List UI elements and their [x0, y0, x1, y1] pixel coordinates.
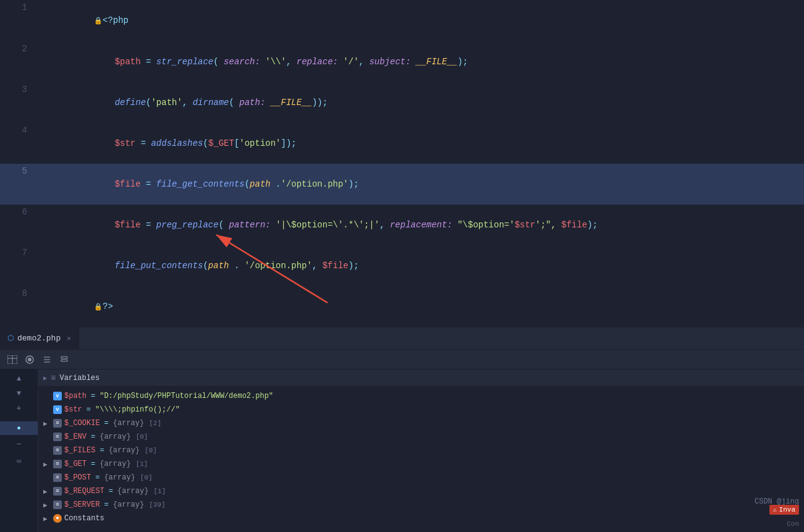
- code-lines: 1 🔒<?php 2 $path = str_replace( search: …: [0, 0, 804, 327]
- variables-list[interactable]: v $path = "D:/phpStudy/PHPTutorial/WWW/d…: [38, 387, 804, 532]
- var-name-constants: Constants: [64, 514, 104, 523]
- record-icon: [25, 355, 34, 364]
- var-name-get: $_GET: [64, 460, 87, 468]
- no-arrow: [43, 393, 51, 400]
- var-icon-env: ≡: [53, 433, 62, 441]
- var-eq-post: =: [95, 473, 99, 482]
- variables-label: Variables: [59, 374, 99, 382]
- sidebar-add-button[interactable]: +: [0, 402, 38, 415]
- var-icon-files: ≡: [53, 446, 62, 455]
- selected-indicator: ●: [17, 424, 21, 432]
- line-number-6: 6: [0, 205, 37, 245]
- line-number-5: 5: [0, 164, 37, 205]
- line-number-2: 2: [0, 41, 37, 82]
- var-type-env: {array}: [99, 433, 130, 441]
- var-count-env: [0]: [136, 433, 148, 441]
- var-icon-request: ≡: [53, 487, 62, 496]
- plus-icon: +: [16, 403, 21, 413]
- debug-sidebar: ▲ ▼ + ● − ∞: [0, 369, 38, 532]
- var-eq-str: =: [87, 405, 91, 414]
- sidebar-infinity-button[interactable]: ∞: [0, 455, 38, 468]
- chevron-down-icon: ▼: [17, 389, 21, 398]
- sidebar-expand-down[interactable]: ▼: [0, 387, 38, 400]
- line-content-6: $file = preg_replace( pattern: '|\$optio…: [37, 205, 804, 245]
- sidebar-minus-button[interactable]: −: [0, 437, 38, 451]
- var-eq-get: =: [91, 460, 95, 468]
- line-number-3: 3: [0, 82, 37, 123]
- var-type-cookie: {array}: [113, 419, 144, 428]
- arrow-cookie: ▶: [43, 420, 51, 428]
- panel-expand-arrow: ▶: [43, 374, 47, 382]
- var-name-str: $str: [64, 405, 82, 414]
- var-type-server: {array}: [113, 500, 144, 509]
- tab-bar: ⬡ demo2.php ✕: [0, 327, 804, 350]
- stack-button[interactable]: [57, 352, 72, 367]
- line-content-2: $path = str_replace( search: '\\', repla…: [37, 41, 804, 82]
- var-get[interactable]: ▶ ≡ $_GET = {array} [1]: [38, 457, 804, 471]
- svg-rect-10: [61, 357, 67, 358]
- minus-icon: −: [16, 439, 21, 449]
- table-view-button[interactable]: [5, 352, 20, 367]
- var-icon-str: v: [53, 405, 62, 414]
- debug-toolbar: [0, 350, 804, 369]
- var-cookie[interactable]: ▶ ≡ $_COOKIE = {array} [2]: [38, 416, 804, 430]
- var-files[interactable]: ≡ $_FILES = {array} [0]: [38, 444, 804, 457]
- editor-tab[interactable]: ⬡ demo2.php ✕: [0, 327, 79, 350]
- var-eq-path: =: [91, 392, 95, 400]
- sidebar-selected-row[interactable]: ●: [0, 421, 38, 435]
- variables-section: ▲ ▼ + ● − ∞ ▶ ≡ Variables: [0, 369, 804, 532]
- var-name-env: $_ENV: [64, 433, 87, 441]
- chevron-up-icon: ▲: [17, 374, 21, 383]
- no-arrow-str: [43, 407, 51, 413]
- line-number-7: 7: [0, 245, 37, 286]
- var-name-files: $_FILES: [64, 446, 95, 455]
- var-env[interactable]: ≡ $_ENV = {array} [0]: [38, 430, 804, 444]
- var-name-server: $_SERVER: [64, 500, 100, 509]
- var-server[interactable]: ▶ ≡ $_SERVER = {array} [39]: [38, 498, 804, 512]
- variables-panel-header: ▶ ≡ Variables: [38, 369, 804, 387]
- line-content-4: $str = addslashes($_GET['option']);: [37, 123, 804, 164]
- line-content-3: define('path', dirname( path: __FILE__))…: [37, 82, 804, 123]
- var-count-get: [1]: [136, 460, 148, 468]
- list-view-button[interactable]: [40, 352, 54, 367]
- svg-rect-11: [61, 360, 67, 361]
- var-eq-env: =: [91, 433, 95, 441]
- var-eq-server: =: [104, 500, 109, 509]
- csdn-con: Con: [787, 520, 799, 528]
- var-str[interactable]: v $str = "\\\\;phpinfo();//": [38, 403, 804, 416]
- var-post[interactable]: ≡ $_POST = {array} [0]: [38, 471, 804, 484]
- var-name-cookie: $_COOKIE: [64, 419, 100, 428]
- table-icon: [7, 355, 17, 364]
- code-line-5: 5 $file = file_get_contents(path .'/opti…: [0, 164, 804, 205]
- var-name-path: $path: [64, 392, 87, 400]
- var-type-request: {array}: [117, 487, 148, 496]
- var-request[interactable]: ▶ ≡ $_REQUEST = {array} [1]: [38, 484, 804, 498]
- no-arrow-env: [43, 434, 51, 441]
- sidebar-expand-up[interactable]: ▲: [0, 372, 38, 386]
- var-constants[interactable]: ▶ ● Constants: [38, 512, 804, 525]
- fold-icon-8: 🔒: [94, 303, 103, 311]
- code-line-1: 1 🔒<?php: [0, 0, 804, 41]
- infinity-icon: ∞: [17, 457, 21, 466]
- code-line-3: 3 define('path', dirname( path: __FILE__…: [0, 82, 804, 123]
- var-icon-path: v: [53, 392, 62, 400]
- var-path[interactable]: v $path = "D:/phpStudy/PHPTutorial/WWW/d…: [38, 389, 804, 403]
- line-content-1: 🔒<?php: [37, 0, 804, 41]
- tab-close-button[interactable]: ✕: [67, 334, 71, 342]
- arrow-get: ▶: [43, 460, 51, 468]
- var-name-request: $_REQUEST: [64, 487, 104, 496]
- var-count-server: [39]: [149, 501, 165, 509]
- list-icon: [43, 355, 51, 364]
- no-arrow-files: [43, 447, 51, 454]
- var-eq-cookie: =: [104, 419, 109, 428]
- stack-icon: [60, 355, 69, 364]
- var-icon-post: ≡: [53, 473, 62, 482]
- inv-text: Inva: [779, 506, 795, 513]
- arrow-request: ▶: [43, 488, 51, 496]
- arrow-server: ▶: [43, 501, 51, 509]
- var-eq-files: =: [99, 446, 104, 455]
- fold-icon-1: 🔒: [94, 17, 103, 25]
- var-eq-request: =: [109, 487, 113, 496]
- circle-button[interactable]: [22, 352, 37, 367]
- code-line-8: 8 🔒?>: [0, 286, 804, 327]
